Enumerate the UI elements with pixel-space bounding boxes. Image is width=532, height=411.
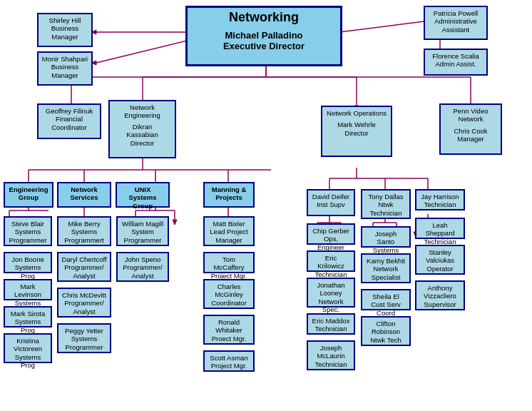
main-title-box: Networking Michael Palladino Executive D… bbox=[185, 6, 342, 66]
svg-line-2 bbox=[96, 39, 193, 63]
charles-box: Charles McGinley Coordinator bbox=[203, 279, 255, 309]
svg-marker-43 bbox=[173, 220, 177, 225]
joseph-mc-box: Joseph McLaurin Technician bbox=[307, 340, 355, 370]
eric-krilowicz-box: Eric Krilowicz Technician bbox=[307, 250, 355, 272]
director-title: Executive Director bbox=[190, 41, 337, 52]
david-deifer-box: David Deifer Inst Supv bbox=[307, 189, 355, 216]
mark-sirota-box: Mark Sirota Systems Prog bbox=[4, 306, 52, 328]
monir-box: Monir Shahpari Business Manager bbox=[37, 51, 93, 86]
john-speno-box: John Speno Programmer/ Analyst bbox=[116, 252, 169, 282]
clifton-box: Clifton Robinson Ntwk Tech bbox=[361, 316, 411, 346]
kristina-box: Kristina Victoreen Systems Prog bbox=[4, 333, 52, 363]
unix-group-box: UNIX Systems Group bbox=[116, 182, 170, 208]
william-box: William Magill System Programmer bbox=[116, 216, 169, 246]
tony-dallas-box: Tony Dallas Ntwk Technician bbox=[361, 189, 411, 219]
net-services-box: Network Services bbox=[57, 182, 111, 208]
florence-box: Florence Scalia Admin Assist. bbox=[424, 49, 488, 76]
scott-box: Scott Asman Project Mgr. bbox=[203, 350, 255, 372]
chip-gerber-box: Chip Gerber Ops, Engineer bbox=[307, 223, 355, 245]
mark-levinson-box: Mark Levinson Systems Prog bbox=[4, 279, 52, 300]
network-ops-box: Network Operations Mark Wehrle Director bbox=[321, 106, 392, 157]
eng-group-box: Engineering Group bbox=[4, 182, 53, 208]
ronald-box: Ronald Whitaker Proect Mgr. bbox=[203, 315, 255, 345]
jonathan-box: Jonathan Looney Network Spec. bbox=[307, 278, 355, 308]
mike-berry-box: Mike Berry Systems Programmert bbox=[57, 216, 111, 246]
anthony-box: Anthony Vizzacliero Supervisor bbox=[415, 280, 465, 310]
org-chart: Networking Michael Palladino Executive D… bbox=[0, 0, 532, 14]
leah-box: Leah Sheppard Technician bbox=[415, 218, 465, 239]
network-eng-box: Network Engineering Dikran Kassabian Dir… bbox=[108, 100, 176, 158]
steve-blair-box: Steve Blair Systems Programmer bbox=[4, 216, 52, 246]
jon-boone-box: Jon Boone Systems Prog bbox=[4, 252, 52, 273]
joseph-santo-box: Joseph Santo Systems Prog bbox=[361, 226, 411, 248]
stanley-box: Stanley Valciukas Operator bbox=[415, 245, 465, 275]
shirley-box: Shirley Hill Business Manager bbox=[37, 13, 93, 47]
manning-box: Manning & Projects bbox=[203, 182, 255, 208]
patricia-box: Patricia Powell Administrative Assistant bbox=[424, 6, 488, 40]
tom-mc-box: Tom McCaffery Project Mgr. bbox=[203, 252, 255, 273]
karny-box: Karny Bekhit Network Specialist bbox=[361, 253, 411, 283]
director-name: Michael Palladino bbox=[190, 30, 337, 41]
daryl-box: Daryl Chertcoff Programmer/ Analyst bbox=[57, 252, 111, 282]
penn-video-box: Penn Video Network Chris Cook Manager bbox=[439, 103, 502, 155]
matt-bixler-box: Matt Bixler Lead Project Manager bbox=[203, 216, 255, 246]
jay-harrison-box: Jay Harrison Technician bbox=[415, 189, 465, 210]
chris-mcd-box: Chris McDevitt Programmer/ Analyst bbox=[57, 288, 111, 318]
peggy-box: Peggy Yetter Systems Programmer bbox=[57, 323, 111, 353]
eric-maddox-box: Eric Maddox Technician bbox=[307, 313, 355, 335]
geoffrey-box: Geoffrey Filinuk Financial Coordinator bbox=[37, 103, 101, 139]
dept-title: Networking bbox=[190, 10, 337, 26]
svg-line-4 bbox=[339, 20, 435, 32]
sheila-box: Sheila El Cust Serv Coord bbox=[361, 289, 411, 310]
